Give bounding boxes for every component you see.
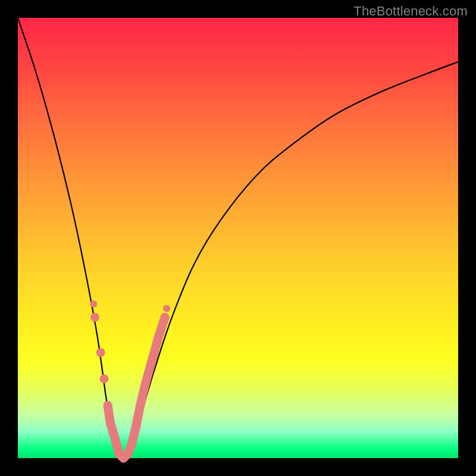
curve-path xyxy=(18,18,458,459)
marker-dot xyxy=(90,313,99,322)
bottleneck-curve xyxy=(18,18,458,459)
chart-frame: TheBottleneck.com xyxy=(0,0,476,476)
marker-dot xyxy=(96,348,105,357)
marker-dot xyxy=(90,300,97,308)
chart-svg xyxy=(18,18,458,458)
marker-dot xyxy=(100,374,109,383)
watermark-text: TheBottleneck.com xyxy=(353,4,468,19)
curve-markers xyxy=(90,300,170,465)
plot-area xyxy=(18,18,458,458)
marker-dot xyxy=(161,313,170,322)
marker-dot xyxy=(163,305,170,312)
